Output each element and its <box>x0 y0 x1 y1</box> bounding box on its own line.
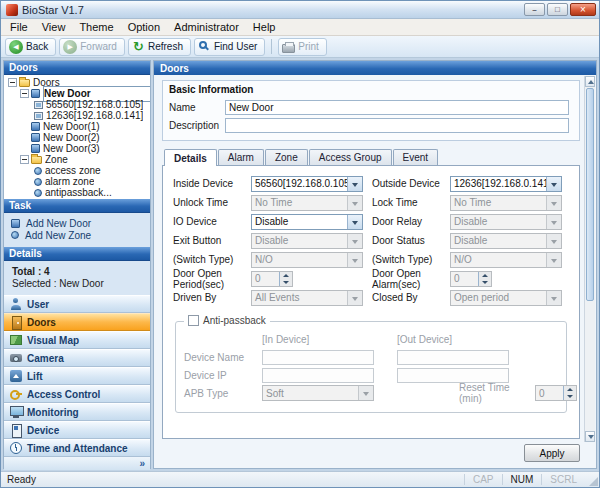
menu-help[interactable]: Help <box>246 20 283 34</box>
nav-camera[interactable]: Camera <box>4 349 150 367</box>
closed-by-select[interactable]: Open period <box>450 290 562 306</box>
tree-item-alarm-zone[interactable]: alarm zone <box>4 176 150 187</box>
scroll-down-icon[interactable] <box>585 431 595 442</box>
chevron-down-icon <box>546 291 561 305</box>
camera-icon <box>10 352 22 364</box>
anti-passback-checkbox[interactable] <box>188 315 199 326</box>
menu-file[interactable]: File <box>3 20 35 34</box>
vertical-scrollbar[interactable] <box>584 76 595 442</box>
door-status-select[interactable]: Disable <box>450 233 562 249</box>
lock-time-label: Lock Time <box>372 197 450 208</box>
tab-alarm[interactable]: Alarm <box>218 149 264 165</box>
tree-item-label: 56560[192.168.0.105] <box>46 99 143 110</box>
spin-up-icon[interactable] <box>564 386 576 393</box>
forward-button[interactable]: Forward <box>59 38 125 56</box>
switch-type-left-label: (Switch Type) <box>173 254 251 265</box>
menu-option[interactable]: Option <box>121 20 167 34</box>
out-device-ip-input[interactable] <box>397 368 509 383</box>
apb-type-select[interactable]: Soft <box>262 385 374 401</box>
tab-zone[interactable]: Zone <box>265 149 308 165</box>
nav-monitoring[interactable]: Monitoring <box>4 403 150 421</box>
reset-time-spinner[interactable]: 0 <box>535 385 577 401</box>
find-user-button[interactable]: Find User <box>194 38 265 56</box>
titlebar: BioStar V1.7 <box>1 1 599 19</box>
tree-item-antipassback-zone[interactable]: antipassback... <box>4 187 150 198</box>
add-new-zone-link[interactable]: Add New Zone <box>4 229 150 241</box>
collapse-toggle-icon[interactable] <box>8 78 17 87</box>
spin-up-icon[interactable] <box>479 272 491 279</box>
driven-by-value: All Events <box>252 292 347 303</box>
driven-by-select[interactable]: All Events <box>251 290 363 306</box>
tree-item-new-door-1[interactable]: New Door(1) <box>4 121 150 132</box>
in-device-name-input[interactable] <box>262 350 374 365</box>
scrollbar-track[interactable] <box>585 87 595 431</box>
scroll-up-icon[interactable] <box>585 76 595 87</box>
nav-visual-map[interactable]: Visual Map <box>4 331 150 349</box>
spinner-arrows-icon[interactable] <box>478 272 491 286</box>
unlock-time-select[interactable]: No Time <box>251 195 363 211</box>
nav-lift[interactable]: Lift <box>4 367 150 385</box>
tree-item-device-12636[interactable]: 12636[192.168.0.141] <box>4 110 150 121</box>
lock-time-select[interactable]: No Time <box>450 195 562 211</box>
nav-time-attendance[interactable]: Time and Attendance <box>4 439 150 457</box>
nav-user[interactable]: User <box>4 295 150 313</box>
menu-theme[interactable]: Theme <box>72 20 120 34</box>
description-label: Description <box>169 120 225 131</box>
spinner-arrows-icon[interactable] <box>279 272 292 286</box>
outside-device-label: Outside Device <box>372 178 450 189</box>
outside-device-select[interactable]: 12636[192.168.0.141] <box>450 176 562 192</box>
description-input[interactable] <box>225 118 569 133</box>
tree-item-access-zone[interactable]: access zone <box>4 165 150 176</box>
chevron-down-icon <box>347 253 362 267</box>
apb-type-label: APB Type <box>184 388 262 399</box>
back-button[interactable]: Back <box>5 38 56 56</box>
out-device-header: [Out Device] <box>397 334 452 348</box>
maximize-button[interactable] <box>547 3 568 16</box>
inside-device-select[interactable]: 56560[192.168.0.105] <box>251 176 363 192</box>
nav-doors[interactable]: Doors <box>4 313 150 331</box>
out-device-name-input[interactable] <box>397 350 509 365</box>
resize-grip[interactable] <box>585 472 599 487</box>
tree-item-device-56560[interactable]: 56560[192.168.0.105] <box>4 99 150 110</box>
apply-button[interactable]: Apply <box>524 444 580 462</box>
collapse-toggle-icon[interactable] <box>20 89 29 98</box>
tree-item-new-door-2[interactable]: New Door(2) <box>4 132 150 143</box>
tree-item-new-door-3[interactable]: New Door(3) <box>4 143 150 154</box>
spin-down-icon[interactable] <box>280 279 292 286</box>
form-row: Door Open Period(sec) 0 Door Open Alarm(… <box>173 269 571 288</box>
tab-event[interactable]: Event <box>393 149 439 165</box>
tab-details[interactable]: Details <box>164 149 217 166</box>
chevron-down-icon <box>347 177 362 191</box>
minimize-button[interactable] <box>524 3 545 16</box>
door-open-period-spinner[interactable]: 0 <box>251 271 293 287</box>
exit-button-select[interactable]: Disable <box>251 233 363 249</box>
name-input[interactable] <box>225 100 569 115</box>
in-device-ip-input[interactable] <box>262 368 374 383</box>
menu-view[interactable]: View <box>35 20 73 34</box>
io-device-select[interactable]: Disable <box>251 214 363 230</box>
collapse-toggle-icon[interactable] <box>20 155 29 164</box>
tab-access-group[interactable]: Access Group <box>309 149 392 165</box>
scroll-lock-indicator: SCRL <box>541 474 585 485</box>
print-button[interactable]: Print <box>278 38 327 56</box>
spin-up-icon[interactable] <box>280 272 292 279</box>
spinner-arrows-icon[interactable] <box>563 386 576 400</box>
close-button[interactable] <box>570 3 596 16</box>
add-new-door-link[interactable]: Add New Door <box>4 217 150 229</box>
switch-type-right-select[interactable]: N/O <box>450 252 562 268</box>
chevron-down-icon <box>546 234 561 248</box>
spin-down-icon[interactable] <box>564 393 576 400</box>
door-relay-select[interactable]: Disable <box>450 214 562 230</box>
tree-item-new-door[interactable]: New Door <box>4 88 150 99</box>
switch-type-left-select[interactable]: N/O <box>251 252 363 268</box>
refresh-button[interactable]: Refresh <box>128 38 191 56</box>
back-icon <box>9 40 23 54</box>
sidebar-collapse-control[interactable]: » <box>4 457 150 470</box>
nav-device[interactable]: Device <box>4 421 150 439</box>
tree-item-zone-root[interactable]: Zone <box>4 154 150 165</box>
nav-access-control[interactable]: Access Control <box>4 385 150 403</box>
menu-administrator[interactable]: Administrator <box>167 20 246 34</box>
door-open-alarm-spinner[interactable]: 0 <box>450 271 492 287</box>
spin-down-icon[interactable] <box>479 279 491 286</box>
scrollbar-thumb[interactable] <box>586 88 594 301</box>
